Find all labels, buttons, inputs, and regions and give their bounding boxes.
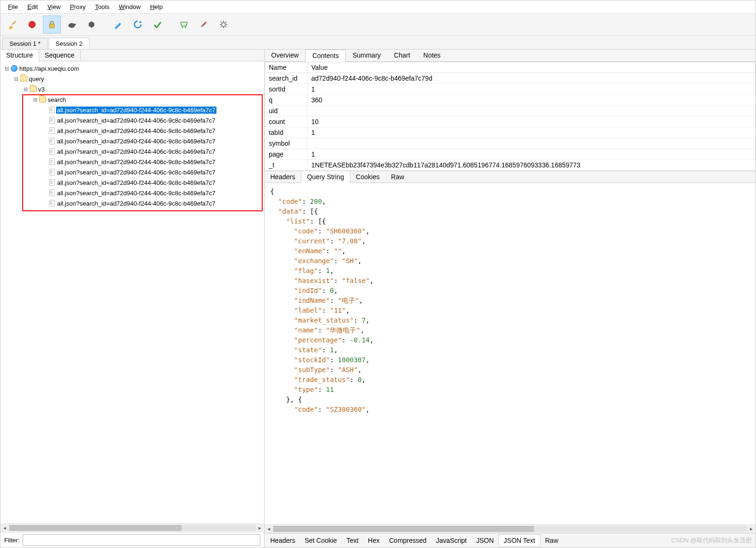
tree-node-search[interactable]: ⊟ search xyxy=(0,94,264,105)
session-tabs: Session 1 * Session 2 xyxy=(0,36,756,50)
tree-label: query xyxy=(28,75,45,83)
tree-request-item[interactable]: all.json?search_id=ad72d940-f244-406c-9c… xyxy=(0,146,264,157)
tab-resp-headers[interactable]: Headers xyxy=(266,535,300,546)
tree-request-item[interactable]: all.json?search_id=ad72d940-f244-406c-9c… xyxy=(0,188,264,198)
svg-line-14 xyxy=(221,22,222,23)
gear-icon[interactable] xyxy=(215,16,233,33)
tree-request-item[interactable]: all.json?search_id=ad72d940-f244-406c-9c… xyxy=(0,198,264,208)
tree-node-v3[interactable]: ⊟ v3 xyxy=(0,84,264,94)
menu-edit[interactable]: Edit xyxy=(23,1,42,12)
session-tab-1[interactable]: Session 1 * xyxy=(2,38,48,49)
table-row[interactable]: uid xyxy=(265,106,756,116)
tree-request-item[interactable]: all.json?search_id=ad72d940-f244-406c-9c… xyxy=(0,136,264,146)
tab-chart[interactable]: Chart xyxy=(387,50,416,61)
tab-structure[interactable]: Structure xyxy=(0,50,39,61)
param-value: 1 xyxy=(307,127,756,138)
horizontal-scrollbar[interactable]: ◄ ► xyxy=(265,524,756,533)
file-icon xyxy=(48,158,56,165)
tab-resp-raw[interactable]: Raw xyxy=(540,535,563,546)
tree-request-item[interactable]: all.json?search_id=ad72d940-f244-406c-9c… xyxy=(0,167,264,177)
param-name: _t xyxy=(265,160,307,171)
table-row[interactable]: q360 xyxy=(265,95,756,106)
params-col-value[interactable]: Value xyxy=(307,62,756,73)
param-value xyxy=(307,138,756,149)
tab-overview[interactable]: Overview xyxy=(265,50,305,61)
refresh-icon[interactable] xyxy=(129,16,147,33)
request-tree[interactable]: ⊟ https://api.xueqiu.com ⊟ query ⊟ v3 ⊟ … xyxy=(0,61,264,523)
tools-icon[interactable] xyxy=(195,16,213,33)
scroll-left-icon[interactable]: ◄ xyxy=(265,525,273,533)
tree-request-item[interactable]: all.json?search_id=ad72d940-f244-406c-9c… xyxy=(0,115,264,125)
tree-label: all.json?search_id=ad72d940-f244-406c-9c… xyxy=(56,117,216,124)
tree-request-item[interactable]: all.json?search_id=ad72d940-f244-406c-9c… xyxy=(0,157,264,167)
tab-sequence[interactable]: Sequence xyxy=(39,50,81,61)
tab-summary[interactable]: Summary xyxy=(346,50,387,61)
file-icon xyxy=(48,190,56,196)
right-pane: Overview Contents Summary Chart Notes Na… xyxy=(265,50,756,548)
horizontal-scrollbar[interactable]: ◄ ► xyxy=(0,523,264,532)
tab-resp-set-cookie[interactable]: Set Cookie xyxy=(300,535,341,546)
table-row[interactable]: symbol xyxy=(265,138,756,149)
globe-icon xyxy=(10,65,18,72)
param-name: tabId xyxy=(265,127,307,138)
table-row[interactable]: page1 xyxy=(265,149,756,160)
tab-resp-json[interactable]: JSON xyxy=(472,535,498,546)
collapse-icon[interactable]: ⊟ xyxy=(13,76,19,82)
param-value: 1 xyxy=(307,84,756,95)
pen-icon[interactable] xyxy=(109,16,127,33)
session-tab-2[interactable]: Session 2 xyxy=(49,38,90,49)
record-icon[interactable] xyxy=(23,16,41,33)
check-icon[interactable] xyxy=(149,16,166,33)
filter-input[interactable] xyxy=(23,534,261,546)
tab-req-query-string[interactable]: Query String xyxy=(301,171,350,183)
tree-node-query[interactable]: ⊟ query xyxy=(0,74,264,84)
menu-window[interactable]: Window xyxy=(114,1,145,12)
collapse-icon[interactable]: ⊟ xyxy=(3,66,10,72)
menu-tools[interactable]: Tools xyxy=(91,1,114,12)
file-icon xyxy=(48,169,56,175)
param-name: uid xyxy=(265,106,307,116)
collapse-icon[interactable]: ⊟ xyxy=(22,86,29,92)
tree-request-item[interactable]: all.json?search_id=ad72d940-f244-406c-9c… xyxy=(0,125,264,136)
tab-resp-hex[interactable]: Hex xyxy=(363,535,384,546)
broom-icon[interactable] xyxy=(3,16,21,33)
param-value: ad72d940-f244-406c-9c8c-b469efa7c79d xyxy=(307,73,756,84)
turtle-icon[interactable] xyxy=(63,16,81,33)
table-row[interactable]: _t1NETEASEbb23f47394e3b327cdb117a28140d9… xyxy=(265,160,756,171)
tab-resp-compressed[interactable]: Compressed xyxy=(384,535,431,546)
svg-line-17 xyxy=(225,22,226,23)
param-name: count xyxy=(265,116,307,127)
tree-request-item[interactable]: all.json?search_id=ad72d940-f244-406c-9c… xyxy=(0,177,264,188)
params-col-name[interactable]: Name xyxy=(265,62,307,73)
cart-icon[interactable] xyxy=(175,16,193,33)
scroll-right-icon[interactable]: ► xyxy=(747,525,756,533)
tab-req-raw[interactable]: Raw xyxy=(385,171,410,183)
table-row[interactable]: count10 xyxy=(265,116,756,127)
tree-request-item[interactable]: all.json?search_id=ad72d940-f244-406c-9c… xyxy=(0,105,264,115)
svg-rect-2 xyxy=(50,24,54,28)
tab-notes[interactable]: Notes xyxy=(417,50,448,61)
svg-point-8 xyxy=(185,27,186,28)
menu-file[interactable]: File xyxy=(3,1,23,12)
scroll-right-icon[interactable]: ► xyxy=(256,524,264,532)
tab-resp-text[interactable]: Text xyxy=(341,535,363,546)
table-row[interactable]: sortId1 xyxy=(265,84,756,95)
table-row[interactable]: search_idad72d940-f244-406c-9c8c-b469efa… xyxy=(265,73,756,84)
menu-view[interactable]: View xyxy=(42,1,65,12)
json-viewer[interactable]: { "code": 200, "data": [{ "list": [{ "co… xyxy=(265,183,756,524)
collapse-icon[interactable]: ⊟ xyxy=(32,97,38,103)
menu-proxy[interactable]: Proxy xyxy=(65,1,90,12)
tab-req-cookies[interactable]: Cookies xyxy=(350,171,386,183)
tab-resp-javascript[interactable]: JavaScript xyxy=(431,535,471,546)
request-subtabs: Headers Query String Cookies Raw xyxy=(265,171,756,183)
tree-root[interactable]: ⊟ https://api.xueqiu.com xyxy=(0,63,264,74)
hex-icon[interactable] xyxy=(83,16,100,33)
svg-line-0 xyxy=(12,21,16,25)
tab-req-headers[interactable]: Headers xyxy=(265,171,301,183)
scroll-left-icon[interactable]: ◄ xyxy=(0,524,9,532)
table-row[interactable]: tabId1 xyxy=(265,127,756,138)
tab-resp-json-text[interactable]: JSON Text xyxy=(498,534,540,547)
lock-icon[interactable] xyxy=(43,16,61,33)
menu-help[interactable]: Help xyxy=(145,1,167,12)
tab-contents[interactable]: Contents xyxy=(305,50,346,62)
